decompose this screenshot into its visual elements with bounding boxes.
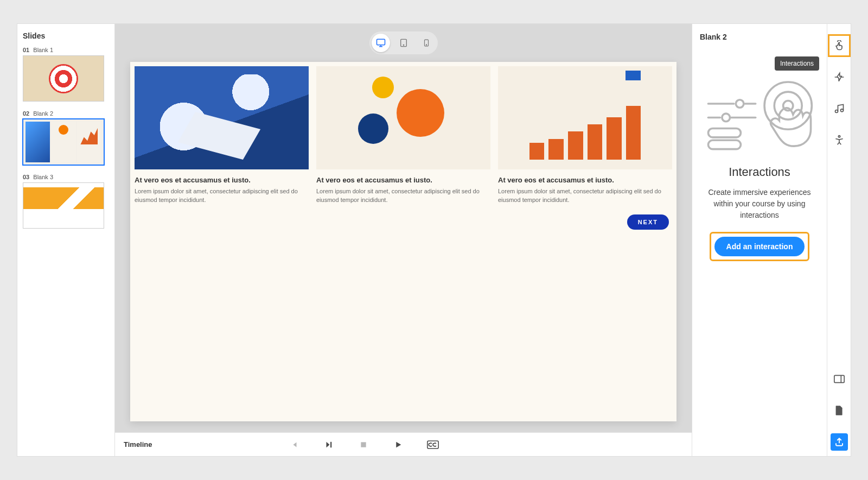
timeline-controls: [288, 438, 439, 451]
touch-icon: [834, 40, 845, 51]
timeline-stop-button[interactable]: [357, 438, 370, 451]
music-icon: [834, 103, 845, 114]
slides-title: Slides: [23, 31, 109, 40]
slide-num: 03: [23, 174, 29, 180]
timeline-step-back-button[interactable]: [288, 438, 301, 451]
svg-rect-21: [834, 375, 844, 382]
document-icon: [835, 405, 844, 416]
svg-point-2: [403, 45, 404, 45]
svg-point-4: [426, 45, 426, 45]
card-3[interactable]: At vero eos et accusamus et iusto. Lorem…: [498, 66, 672, 205]
monitor-icon: [376, 38, 386, 48]
card-body: Lorem ipsum dolor sit amet, consectetur …: [316, 187, 490, 205]
canvas-area: At vero eos et accusamus et iusto. Lorem…: [115, 24, 692, 456]
card-2[interactable]: At vero eos et accusamus et iusto. Lorem…: [316, 66, 490, 205]
device-toggle: [369, 31, 438, 54]
next-button[interactable]: NEXT: [627, 214, 669, 230]
slide-name: Blank 2: [33, 110, 53, 117]
slide-thumb-image: [23, 182, 104, 229]
tool-rail: [827, 24, 851, 456]
slide-thumb-image: [23, 119, 104, 165]
device-tablet-button[interactable]: [394, 34, 413, 52]
svg-rect-5: [361, 442, 366, 447]
rail-document-button[interactable]: [831, 402, 848, 419]
play-pause-icon: [324, 440, 334, 450]
play-icon: [393, 440, 403, 450]
timeline-play-pause-button[interactable]: [322, 438, 335, 451]
tablet-icon: [399, 39, 408, 47]
timeline-cc-button[interactable]: [426, 438, 439, 451]
rail-triggers-button[interactable]: [831, 68, 848, 86]
panel-icon: [834, 375, 845, 383]
timeline-bar: Timeline: [115, 432, 692, 456]
add-interaction-button[interactable]: Add an interaction: [714, 237, 805, 256]
rail-accessibility-button[interactable]: [831, 131, 848, 149]
card-body: Lorem ipsum dolor sit amet, consectetur …: [135, 187, 309, 205]
slide-thumb-2[interactable]: 02 Blank 2: [23, 110, 109, 165]
slides-panel: Slides 01 Blank 1 02 Blank 2 03 Blank 3: [17, 24, 115, 456]
slide-num: 01: [23, 47, 29, 53]
svg-point-11: [736, 100, 744, 108]
rail-audio-button[interactable]: [831, 100, 848, 117]
card-image: [316, 66, 490, 169]
slide-name: Blank 1: [33, 47, 53, 53]
interactions-illustration-icon: [705, 74, 814, 155]
cc-icon: [427, 440, 439, 449]
app-window: Slides 01 Blank 1 02 Blank 2 03 Blank 3: [17, 24, 851, 456]
slide-name: Blank 3: [33, 174, 53, 180]
slide-num: 02: [23, 110, 29, 117]
svg-point-19: [840, 109, 843, 112]
right-panel: Blank 2 Interactions Create immersive ex…: [692, 24, 851, 456]
slide-canvas[interactable]: At vero eos et accusamus et iusto. Lorem…: [130, 62, 676, 421]
card-title: At vero eos et accusamus et iusto.: [135, 176, 309, 184]
panel-description: Create immersive experiences within your…: [700, 187, 819, 221]
bolt-icon: [834, 72, 845, 83]
slide-thumb-image: [23, 55, 104, 102]
svg-rect-16: [708, 128, 741, 137]
card-title: At vero eos et accusamus et iusto.: [498, 176, 672, 184]
stop-icon: [359, 440, 368, 449]
timeline-play-button[interactable]: [392, 438, 405, 451]
share-icon: [834, 437, 844, 447]
card-1[interactable]: At vero eos et accusamus et iusto. Lorem…: [135, 66, 309, 205]
device-desktop-button[interactable]: [372, 34, 390, 52]
rail-share-button[interactable]: [831, 433, 848, 451]
card-row: At vero eos et accusamus et iusto. Lorem…: [135, 66, 672, 205]
accessibility-icon: [834, 135, 845, 146]
svg-point-18: [835, 110, 838, 113]
svg-rect-0: [376, 39, 385, 45]
card-image: [498, 66, 672, 169]
rail-interactions-button[interactable]: [831, 37, 848, 54]
rail-panel-toggle-button[interactable]: [831, 370, 848, 388]
interactions-tooltip: Interactions: [775, 56, 819, 71]
timeline-title: Timeline: [124, 440, 152, 449]
slide-thumb-3[interactable]: 03 Blank 3: [23, 174, 109, 229]
add-interaction-highlight: Add an interaction: [710, 232, 810, 261]
card-title: At vero eos et accusamus et iusto.: [316, 176, 490, 184]
card-body: Lorem ipsum dolor sit amet, consectetur …: [498, 187, 672, 205]
mobile-icon: [423, 39, 430, 47]
main-row: Slides 01 Blank 1 02 Blank 2 03 Blank 3: [17, 24, 851, 456]
svg-rect-17: [708, 140, 741, 149]
svg-point-20: [838, 136, 840, 137]
panel-heading: Interactions: [700, 165, 819, 179]
slide-thumb-1[interactable]: 01 Blank 1: [23, 47, 109, 102]
svg-point-14: [722, 113, 730, 122]
card-image: [135, 66, 309, 169]
device-mobile-button[interactable]: [417, 34, 436, 52]
properties-slide-name: Blank 2: [700, 33, 819, 41]
step-back-icon: [289, 440, 299, 450]
properties-panel: Blank 2 Interactions Create immersive ex…: [692, 24, 827, 456]
